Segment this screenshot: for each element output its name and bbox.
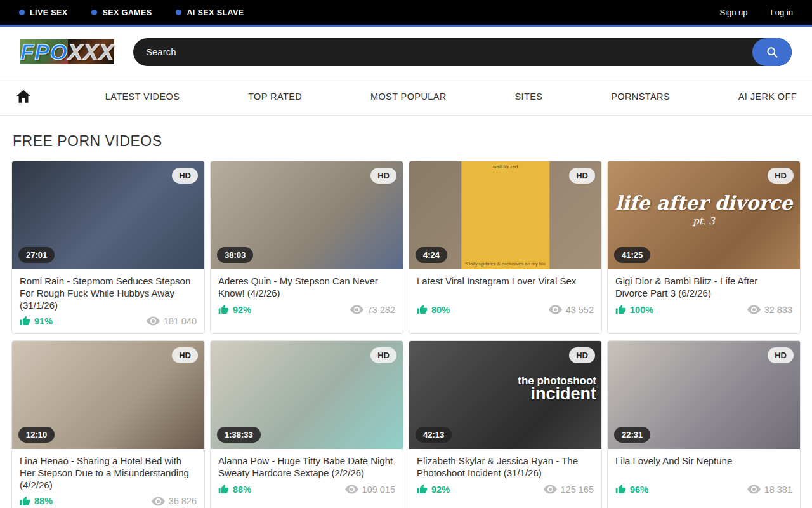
nav-item-sites[interactable]: SITES xyxy=(514,91,542,102)
view-count-value: 109 015 xyxy=(362,485,395,495)
video-thumbnail[interactable]: 27:01 HD xyxy=(12,161,204,269)
view-count: 43 552 xyxy=(549,305,594,315)
video-title[interactable]: Lila Lovely And Sir Neptune xyxy=(615,455,792,479)
video-meta: 80% 43 552 xyxy=(417,304,594,315)
video-meta: 96% 18 381 xyxy=(615,484,792,495)
video-info: Gigi Dior & Bambi Blitz - Life After Div… xyxy=(608,269,800,322)
video-card: 22:31 HD Lila Lovely And Sir Neptune 96%… xyxy=(607,340,801,508)
eye-icon xyxy=(152,497,165,506)
search-bar xyxy=(133,38,792,66)
video-title[interactable]: Latest Viral Instagram Lover Viral Sex xyxy=(417,276,594,300)
video-info: Lila Lovely And Sir Neptune 96% 18 381 xyxy=(608,449,800,502)
view-count-value: 181 040 xyxy=(164,316,197,326)
log-in-link[interactable]: Log in xyxy=(771,8,793,17)
eye-icon xyxy=(350,305,363,314)
video-info: Romi Rain - Stepmom Seduces Stepson For … xyxy=(12,269,204,333)
topbar-link-sex-games[interactable]: SEX GAMES xyxy=(91,8,152,17)
video-thumbnail[interactable]: 22:31 HD xyxy=(608,341,800,449)
like-rating: 91% xyxy=(20,316,53,326)
nav-item-most-popular[interactable]: MOST POPULAR xyxy=(370,91,447,102)
video-card: 1:38:33 HD Alanna Pow - Huge Titty Babe … xyxy=(210,340,403,508)
hd-badge: HD xyxy=(768,168,794,184)
top-bar: LIVE SEX SEX GAMES AI SEX SLAVE Sign up … xyxy=(0,0,812,27)
video-title[interactable]: Gigi Dior & Bambi Blitz - Life After Div… xyxy=(615,276,792,300)
nav-item-ai-jerk-off[interactable]: AI JERK OFF xyxy=(738,91,797,102)
nav-item-top-rated[interactable]: TOP RATED xyxy=(248,91,302,102)
overlay-subtitle: incident xyxy=(518,386,596,403)
logo-part-1: FPO xyxy=(20,39,68,64)
video-thumbnail[interactable]: 38:03 HD xyxy=(211,161,403,269)
topbar-link-live-sex[interactable]: LIVE SEX xyxy=(19,8,67,17)
view-count-value: 125 165 xyxy=(561,485,594,495)
duration-badge: 42:13 xyxy=(416,427,452,443)
video-thumbnail[interactable]: life after divorce pt. 3 41:25 HD xyxy=(608,161,800,269)
like-percent: 92% xyxy=(233,305,251,315)
video-thumbnail[interactable]: 12:10 HD xyxy=(12,341,204,449)
video-thumbnail[interactable]: wait for red *Daily updates & exclusives… xyxy=(409,161,601,269)
view-count-value: 73 282 xyxy=(367,305,395,315)
video-thumbnail[interactable]: 1:38:33 HD xyxy=(211,341,403,449)
search-button[interactable] xyxy=(752,38,792,66)
video-title[interactable]: Lina Henao - Sharing a Hotel Bed with He… xyxy=(20,455,197,491)
video-card: 12:10 HD Lina Henao - Sharing a Hotel Be… xyxy=(11,340,205,508)
thumbs-up-icon xyxy=(417,304,428,315)
nav-item-pornstars[interactable]: PORNSTARS xyxy=(611,91,670,102)
video-title[interactable]: Alanna Pow - Huge Titty Babe Date Night … xyxy=(218,455,395,479)
view-count-value: 32 833 xyxy=(764,305,792,315)
video-info: Alanna Pow - Huge Titty Babe Date Night … xyxy=(211,449,403,502)
view-count: 73 282 xyxy=(350,305,395,315)
bullet-dot-icon xyxy=(91,10,97,15)
view-count: 125 165 xyxy=(544,485,594,495)
thumbnail-sticker: wait for red *Daily updates & exclusives… xyxy=(461,161,549,269)
hd-badge: HD xyxy=(370,347,396,363)
video-meta: 88% 36 826 xyxy=(20,496,197,507)
sticker-bottom-text: *Daily updates & exclusives on my bio xyxy=(465,261,546,267)
hd-badge: HD xyxy=(370,168,396,184)
main-nav: LATEST VIDEOS TOP RATED MOST POPULAR SIT… xyxy=(0,77,812,116)
eye-icon xyxy=(345,485,358,494)
like-rating: 96% xyxy=(615,484,648,495)
like-rating: 88% xyxy=(218,484,251,495)
sticker-top-text: wait for red xyxy=(493,164,518,170)
duration-badge: 12:10 xyxy=(18,427,55,443)
view-count: 181 040 xyxy=(147,316,197,326)
duration-badge: 41:25 xyxy=(614,247,650,263)
duration-badge: 22:31 xyxy=(614,427,650,443)
video-title[interactable]: Aderes Quin - My Stepson Can Never Know!… xyxy=(218,276,395,300)
like-rating: 92% xyxy=(417,484,450,495)
thumbs-up-icon xyxy=(218,484,229,495)
thumbnail-overlay-text: life after divorce pt. 3 xyxy=(608,192,800,227)
nav-item-home[interactable] xyxy=(15,88,37,105)
topbar-auth: Sign up Log in xyxy=(719,8,793,17)
nav-item-latest-videos[interactable]: LATEST VIDEOS xyxy=(105,91,180,102)
like-percent: 96% xyxy=(630,485,648,495)
video-card: 27:01 HD Romi Rain - Stepmom Seduces Ste… xyxy=(11,161,205,334)
logo-part-2: XXX xyxy=(68,39,114,64)
search-icon xyxy=(766,46,778,58)
like-percent: 88% xyxy=(34,496,53,506)
hd-badge: HD xyxy=(569,347,595,363)
site-header: FPOXXX xyxy=(0,27,812,77)
video-card: wait for red *Daily updates & exclusives… xyxy=(409,161,602,334)
hd-badge: HD xyxy=(172,168,198,184)
page-title: FREE PORN VIDEOS xyxy=(13,133,799,150)
thumbs-up-icon xyxy=(615,304,626,315)
bullet-dot-icon xyxy=(19,10,25,15)
like-rating: 80% xyxy=(417,304,450,315)
hd-badge: HD xyxy=(172,347,198,363)
video-title[interactable]: Elizabeth Skylar & Jessica Ryan - The Ph… xyxy=(417,455,594,479)
eye-icon xyxy=(747,485,761,494)
video-title[interactable]: Romi Rain - Stepmom Seduces Stepson For … xyxy=(20,276,197,311)
overlay-subtitle: pt. 3 xyxy=(608,215,800,227)
site-logo[interactable]: FPOXXX xyxy=(20,39,114,65)
topbar-link-ai-sex-slave[interactable]: AI SEX SLAVE xyxy=(176,8,244,17)
thumbs-up-icon xyxy=(218,304,229,315)
view-count: 36 826 xyxy=(152,496,197,506)
view-count: 32 833 xyxy=(747,305,792,315)
video-thumbnail[interactable]: the photoshoot incident 42:13 HD xyxy=(409,341,601,449)
like-percent: 92% xyxy=(431,485,450,495)
video-meta: 91% 181 040 xyxy=(20,316,197,326)
sign-up-link[interactable]: Sign up xyxy=(719,8,747,17)
search-input[interactable] xyxy=(133,38,752,66)
duration-badge: 1:38:33 xyxy=(217,427,261,443)
